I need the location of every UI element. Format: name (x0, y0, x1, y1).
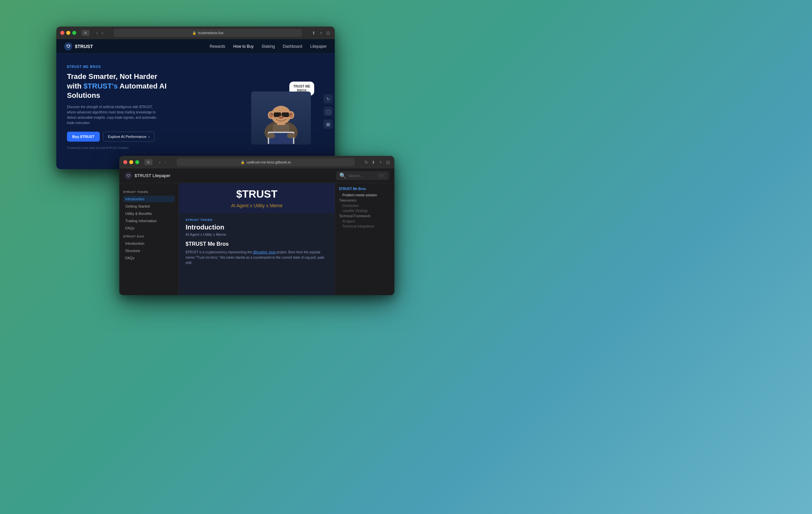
url-text: trustmebros.fun (198, 31, 223, 35)
hero-trust-text: Trusted by more than 83,269 $TRUST Holde… (67, 146, 238, 150)
article-link[interactable]: @trustme_bros (253, 250, 276, 254)
maximize-button-front[interactable] (135, 160, 139, 164)
buy-trust-button[interactable]: Buy $TRUST (67, 132, 100, 142)
tabs-icon-front[interactable]: ⊡ (385, 159, 390, 165)
gitbook-hero-banner: $TRUST AI Agent x Utility x Meme (179, 183, 335, 213)
gitbook-content: 🛡 $TRUST Litepaper 🔍 Search... ⌘K $TRUST… (119, 168, 395, 295)
hero-description: Discover the strength of artificial inte… (67, 105, 160, 126)
new-tab-icon[interactable]: ＋ (318, 29, 324, 36)
forward-arrow-front: › (164, 159, 168, 165)
gitbook-article: $TRUST TOKEN Introduction AI Agent x Uti… (179, 213, 335, 271)
article-subtitle: AI Agent x Utility x Meme (185, 233, 328, 237)
back-arrow[interactable]: ‹ (95, 29, 99, 36)
toc-item-tokenomics[interactable]: Tokenomics (339, 198, 390, 203)
titlebar-right-front: ↻ ⬆ ＋ ⊡ (364, 159, 390, 166)
toc-section-title: $TRUST Me Bros (339, 187, 390, 191)
window-toggle-btn[interactable]: ⊞ (82, 30, 89, 36)
titlebar-front: ⊞ ‹ › 🔒 usdtrust-me-bros.gitbook.io ↻ ⬆ … (119, 156, 395, 168)
lock-icon: 🔒 (192, 31, 196, 35)
window-toggle-btn-front[interactable]: ⊞ (145, 159, 152, 165)
sidebar-item-faqs-dao[interactable]: FAQs (123, 255, 175, 261)
website-content: 🛡 $TRUST Rewards How to Buy Staking Dash… (56, 39, 335, 169)
nav-litepaper[interactable]: Litepaper (310, 44, 327, 49)
minimize-button-front[interactable] (129, 160, 133, 164)
toc-item-integrations[interactable]: Technical Integrations (339, 224, 390, 229)
titlebar-back: ⊞ ‹ › 🔒 trustmebros.fun ⬆ ＋ ⊡ (56, 27, 335, 39)
forward-arrow[interactable]: › (100, 29, 105, 36)
monkey-svg (255, 92, 308, 144)
tabs-icon[interactable]: ⊡ (326, 30, 331, 36)
side-icons: ↻ ◯ ▦ (323, 94, 333, 129)
sidebar-item-utility[interactable]: Utility & Benefits (123, 210, 175, 217)
nav-rewards[interactable]: Rewards (209, 44, 225, 49)
sidebar-item-structure[interactable]: Structure (123, 247, 175, 254)
lock-icon-front: 🔒 (241, 161, 244, 164)
svg-point-14 (280, 117, 281, 118)
gitbook-main: $TRUST AI Agent x Utility x Meme $TRUST … (179, 183, 335, 295)
search-shortcut: ⌘K (377, 173, 386, 178)
hero-section: $TRUST ME BROS Trade Smarter, Not Harder… (56, 54, 335, 169)
new-tab-icon-front[interactable]: ＋ (378, 159, 383, 166)
sidebar-item-getting-started[interactable]: Getting Started (123, 203, 175, 210)
gitbook-logo: 🛡 $TRUST Litepaper (125, 172, 170, 180)
sidebar-item-introduction[interactable]: Introduction (123, 196, 175, 202)
search-icon: 🔍 (339, 172, 346, 179)
sidebar-section-token: $TRUST TOKEN (123, 190, 175, 194)
hero-title-line2: with $TRUST's Automated AI (67, 82, 167, 90)
share-icon[interactable]: ⬆ (311, 30, 316, 36)
reload-icon-front[interactable]: ↻ (364, 159, 369, 165)
address-bar-front[interactable]: 🔒 usdtrust-me-bros.gitbook.io (177, 158, 355, 166)
toc-item-problem[interactable]: Problem meets solution (339, 193, 390, 198)
site-logo: 🛡 $TRUST (64, 43, 93, 50)
explore-performance-button[interactable]: Explore AI Performance › (103, 132, 155, 142)
toc-item-ai-agent[interactable]: AI Agent (339, 219, 390, 224)
gitbook-hero-subtitle: AI Agent x Utility x Meme (231, 203, 283, 208)
url-text-front: usdtrust-me-bros.gitbook.io (246, 160, 291, 164)
sidebar-item-faqs-token[interactable]: FAQs (123, 225, 175, 232)
search-placeholder: Search... (349, 174, 375, 178)
toc-item-liquidity[interactable]: Liquidity Strategy (339, 208, 390, 213)
sidebar-item-dao-intro[interactable]: Introduction (123, 240, 175, 247)
side-icon-refresh[interactable]: ↻ (323, 94, 333, 104)
article-text-before-link: $TRUST is a cryptocurrency representing … (185, 250, 253, 254)
site-navbar: 🛡 $TRUST Rewards How to Buy Staking Dash… (56, 39, 335, 54)
nav-staking[interactable]: Staking (261, 44, 275, 49)
logo-text: $TRUST (75, 44, 93, 49)
site-nav-links: Rewards How to Buy Staking Dashboard Lit… (209, 44, 327, 49)
hero-title: Trade Smarter, Not Harder with $TRUST's … (67, 72, 238, 101)
monkey-container: TRUST ME BROS (241, 78, 321, 144)
toc-item-distribution[interactable]: Distribution (339, 203, 390, 208)
minimize-button[interactable] (66, 31, 70, 35)
gitbook-body: $TRUST TOKEN Introduction Getting Starte… (119, 183, 395, 295)
sidebar-item-trading[interactable]: Trading Information (123, 218, 175, 224)
back-arrow-front[interactable]: ‹ (158, 159, 162, 165)
side-icon-chat[interactable]: ◯ (323, 107, 333, 116)
explore-button-label: Explore AI Performance (108, 135, 146, 139)
close-button-front[interactable] (123, 160, 127, 164)
hero-title-line3: Solutions (67, 91, 100, 100)
nav-how-to-buy[interactable]: How to Buy (233, 44, 254, 49)
article-section-title: $TRUST Me Bros (185, 241, 328, 247)
gitbook-search-box[interactable]: 🔍 Search... ⌘K (336, 171, 389, 180)
gitbook-logo-icon: 🛡 (125, 172, 132, 180)
share-icon-front[interactable]: ⬆ (371, 159, 376, 165)
side-icon-chart[interactable]: ▦ (323, 119, 333, 129)
traffic-lights-back (60, 31, 76, 35)
browser-window-back: ⊞ ‹ › 🔒 trustmebros.fun ⬆ ＋ ⊡ 🛡 $TRUST R… (56, 27, 335, 169)
nav-arrows: ‹ › (95, 29, 105, 36)
nav-dashboard[interactable]: Dashboard (283, 44, 302, 49)
nav-arrows-front: ‹ › (158, 159, 167, 165)
window-controls-front: ⊞ (145, 159, 152, 165)
close-button[interactable] (60, 31, 64, 35)
hero-left: $TRUST ME BROS Trade Smarter, Not Harder… (67, 62, 238, 161)
toc-item-technical[interactable]: Technical Framework (339, 213, 390, 219)
gitbook-toc: $TRUST Me Bros Problem meets solution To… (335, 183, 395, 295)
maximize-button[interactable] (72, 31, 76, 35)
traffic-lights-front (123, 160, 139, 164)
gitbook-header: 🛡 $TRUST Litepaper 🔍 Search... ⌘K (119, 168, 395, 183)
hero-title-highlight: $TRUST's (84, 82, 118, 90)
gitbook-sidebar: $TRUST TOKEN Introduction Getting Starte… (119, 183, 179, 295)
browser-window-front: ⊞ ‹ › 🔒 usdtrust-me-bros.gitbook.io ↻ ⬆ … (119, 156, 395, 295)
article-title: Introduction (185, 223, 328, 231)
address-bar[interactable]: 🔒 trustmebros.fun (114, 29, 302, 37)
